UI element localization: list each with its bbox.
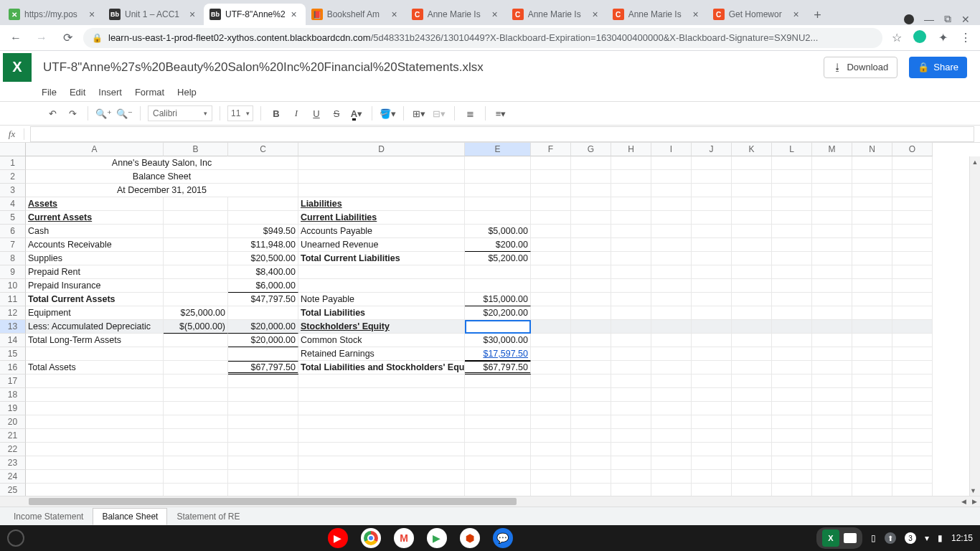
cell[interactable] bbox=[611, 293, 651, 306]
cell[interactable] bbox=[772, 470, 812, 484]
sheet-tab[interactable]: Statement of RE bbox=[167, 508, 249, 525]
cell[interactable] bbox=[531, 156, 571, 170]
font-name-select[interactable]: Calibri▾ bbox=[148, 105, 212, 121]
cell[interactable] bbox=[611, 375, 651, 388]
phone-icon[interactable]: ▯ bbox=[871, 533, 876, 543]
cell[interactable] bbox=[611, 252, 651, 265]
cell[interactable] bbox=[531, 388, 571, 402]
undo-button[interactable]: ↶ bbox=[44, 105, 60, 122]
cell[interactable] bbox=[611, 415, 651, 429]
cell[interactable] bbox=[892, 238, 933, 252]
cell[interactable]: At December 31, 2015 bbox=[26, 184, 298, 197]
cell[interactable] bbox=[651, 320, 692, 334]
fill-color-button[interactable]: 🪣▾ bbox=[380, 105, 396, 122]
cell[interactable] bbox=[651, 361, 692, 375]
cell[interactable] bbox=[465, 402, 531, 415]
cell[interactable] bbox=[571, 252, 611, 265]
cell[interactable] bbox=[164, 197, 228, 211]
cell[interactable] bbox=[732, 347, 772, 361]
cell[interactable] bbox=[772, 347, 812, 361]
cell[interactable] bbox=[651, 429, 692, 443]
cell[interactable]: Total Assets bbox=[26, 361, 164, 375]
cell[interactable] bbox=[26, 443, 164, 456]
cell[interactable] bbox=[164, 279, 228, 293]
cell[interactable] bbox=[531, 265, 571, 279]
cell[interactable]: Assets bbox=[26, 197, 164, 211]
cell[interactable] bbox=[812, 225, 852, 238]
cell[interactable] bbox=[892, 402, 933, 415]
cell[interactable] bbox=[812, 265, 852, 279]
cell[interactable] bbox=[892, 429, 933, 443]
notifications-icon[interactable]: ⬆ bbox=[885, 532, 896, 544]
cell[interactable]: Stockholders' Equity bbox=[298, 320, 465, 334]
column-header[interactable]: L bbox=[772, 143, 812, 156]
cell[interactable] bbox=[732, 361, 772, 375]
forward-button[interactable]: → bbox=[32, 28, 52, 48]
cell[interactable] bbox=[651, 211, 692, 225]
cell[interactable] bbox=[732, 388, 772, 402]
cell[interactable] bbox=[892, 443, 933, 456]
cell[interactable] bbox=[531, 429, 571, 443]
cell[interactable] bbox=[228, 197, 298, 211]
cell[interactable] bbox=[465, 279, 531, 293]
cell[interactable]: Equipment bbox=[26, 306, 164, 320]
cell[interactable] bbox=[692, 484, 732, 496]
cell[interactable] bbox=[651, 184, 692, 197]
cell[interactable] bbox=[812, 156, 852, 170]
window-close-icon[interactable]: ✕ bbox=[961, 14, 970, 25]
cell[interactable] bbox=[812, 470, 852, 484]
cell[interactable] bbox=[611, 265, 651, 279]
cell[interactable] bbox=[812, 238, 852, 252]
row-header[interactable]: 2 bbox=[0, 170, 26, 184]
cell[interactable] bbox=[852, 470, 892, 484]
cell[interactable] bbox=[298, 265, 465, 279]
cell[interactable] bbox=[772, 293, 812, 306]
row-header[interactable]: 20 bbox=[0, 415, 26, 429]
cell[interactable] bbox=[164, 252, 228, 265]
cell[interactable]: $20,000.00 bbox=[228, 320, 298, 334]
cell[interactable]: $5,000.00 bbox=[465, 225, 531, 238]
office-icon[interactable]: ⬢ bbox=[460, 528, 480, 548]
merge-button[interactable]: ⊟▾ bbox=[431, 105, 447, 122]
cell[interactable] bbox=[772, 238, 812, 252]
cell[interactable] bbox=[852, 402, 892, 415]
cell[interactable] bbox=[651, 225, 692, 238]
cell[interactable] bbox=[732, 456, 772, 470]
cell[interactable] bbox=[611, 470, 651, 484]
cell[interactable] bbox=[465, 443, 531, 456]
cell[interactable] bbox=[465, 415, 531, 429]
cell[interactable] bbox=[772, 306, 812, 320]
cell[interactable] bbox=[732, 484, 772, 496]
cell[interactable] bbox=[892, 375, 933, 388]
cell[interactable] bbox=[298, 484, 465, 496]
cell[interactable] bbox=[531, 293, 571, 306]
cell[interactable] bbox=[164, 402, 228, 415]
cell[interactable] bbox=[228, 388, 298, 402]
cell[interactable] bbox=[531, 320, 571, 334]
row-header[interactable]: 13 bbox=[0, 320, 26, 334]
cell[interactable]: Current Liabilities bbox=[298, 211, 465, 225]
cell[interactable]: Total Liabilities and Stockholders' Equ bbox=[298, 361, 465, 375]
cell[interactable] bbox=[852, 388, 892, 402]
cell[interactable] bbox=[611, 225, 651, 238]
cell[interactable] bbox=[772, 184, 812, 197]
cell[interactable]: Anne's Beauty Salon, Inc bbox=[26, 156, 298, 170]
browser-tab[interactable]: BbUnit 1 – ACC1× bbox=[103, 4, 204, 25]
play-store-icon[interactable]: ▶ bbox=[427, 528, 447, 548]
row-header[interactable]: 23 bbox=[0, 456, 26, 470]
row-header[interactable]: 19 bbox=[0, 402, 26, 415]
cell[interactable] bbox=[228, 375, 298, 388]
column-header[interactable]: D bbox=[298, 143, 465, 156]
cell[interactable] bbox=[651, 334, 692, 347]
cell[interactable] bbox=[228, 415, 298, 429]
cell[interactable] bbox=[852, 306, 892, 320]
cell[interactable] bbox=[852, 429, 892, 443]
cell[interactable]: Supplies bbox=[26, 252, 164, 265]
cell[interactable] bbox=[692, 334, 732, 347]
row-header[interactable]: 7 bbox=[0, 238, 26, 252]
cell[interactable] bbox=[892, 252, 933, 265]
cell[interactable] bbox=[651, 484, 692, 496]
star-icon[interactable]: ☆ bbox=[888, 31, 905, 44]
cell[interactable] bbox=[465, 388, 531, 402]
cell[interactable] bbox=[812, 197, 852, 211]
